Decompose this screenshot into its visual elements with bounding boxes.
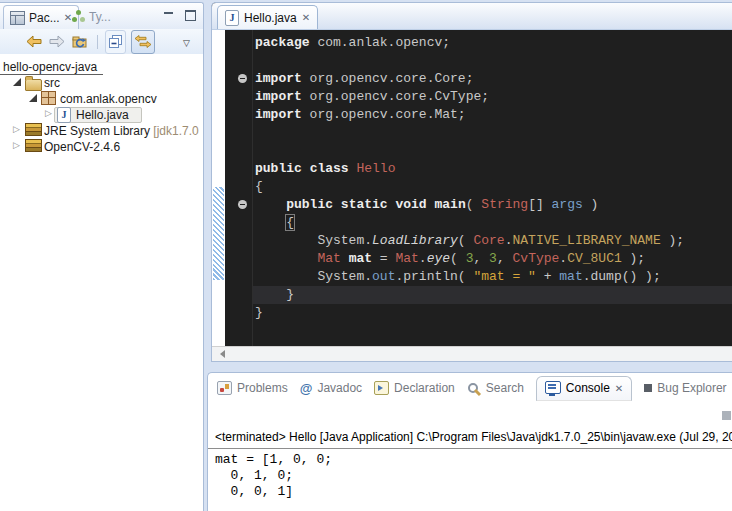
tab-label: Ty...: [89, 10, 111, 24]
type-hierarchy-icon: [72, 10, 85, 23]
tree-item-label: Hello.java: [76, 108, 129, 122]
forward-button[interactable]: [48, 32, 66, 52]
tab-label: Console: [566, 381, 610, 395]
link-with-editor-button[interactable]: [131, 30, 155, 54]
tab-bug-explorer[interactable]: Bug Explorer: [644, 381, 726, 395]
code-line: import org.opencv.core.CvType;: [253, 88, 732, 106]
scroll-left-icon[interactable]: [216, 350, 225, 358]
code-line: {: [253, 178, 732, 196]
view-window-buttons: [164, 10, 196, 21]
code-line: [253, 124, 732, 142]
code-line: {: [253, 214, 732, 232]
back-button[interactable]: [25, 32, 43, 52]
project-root-label: hello-opencv-java: [3, 60, 97, 74]
minimize-icon[interactable]: [164, 11, 174, 20]
tab-label: Bug Explorer: [657, 381, 726, 395]
editor-body: package com.anlak.opencv;import org.open…: [212, 30, 732, 347]
folder-sync-button[interactable]: [71, 32, 90, 52]
tab-hello-java[interactable]: Hello.java: [217, 5, 318, 29]
tab-type-hierarchy[interactable]: Ty...: [66, 5, 117, 28]
expand-open-icon[interactable]: [29, 94, 37, 102]
code-line: Mat mat = Mat.eye( 3, 3, CvType.CV_8UC1 …: [253, 250, 732, 268]
library-icon: [25, 139, 42, 152]
expand-open-icon[interactable]: [13, 78, 21, 86]
code-line: import org.opencv.core.Core;: [253, 70, 732, 88]
code-line-current: }: [253, 286, 732, 304]
expand-closed-icon[interactable]: [13, 124, 20, 134]
tab-label: Problems: [237, 381, 288, 395]
annotation-ruler[interactable]: [212, 30, 225, 347]
problems-icon: [217, 381, 232, 395]
code-line: package com.anlak.opencv;: [253, 34, 732, 52]
tab-label: Declaration: [394, 381, 455, 395]
range-indicator: [213, 187, 224, 280]
code-line: public class Hello: [253, 160, 732, 178]
tab-search[interactable]: Search: [467, 381, 524, 395]
code-line: [253, 142, 732, 160]
tab-console[interactable]: Console: [536, 376, 632, 401]
code-line: import org.opencv.core.Mat;: [253, 106, 732, 124]
eclipse-window: Pac... Ty...: [0, 0, 732, 511]
horizontal-scrollbar[interactable]: [212, 346, 732, 361]
toolbar-button-partial[interactable]: [722, 411, 731, 420]
tab-label: Search: [486, 381, 524, 395]
console-output[interactable]: mat = [1, 0, 0; 0, 1, 0; 0, 0, 1]: [215, 452, 332, 500]
expand-closed-icon[interactable]: [45, 108, 52, 118]
editor-tabbar: Hello.java: [212, 3, 732, 30]
project-tree: hello-opencv-javasrccom.anlak.opencvHell…: [0, 54, 203, 155]
code-line: public static void main( String[] args ): [253, 196, 732, 214]
code-line: System.LoadLibrary( Core.NATIVE_LIBRARY_…: [253, 232, 732, 250]
editor-tab-label: Hello.java: [244, 11, 297, 25]
fold-collapse-icon[interactable]: [238, 74, 247, 83]
tree-item-decoration: [jdk1.7.0: [153, 124, 198, 138]
tree-item[interactable]: hello-opencv-java: [0, 59, 203, 75]
view-toolbar: [0, 29, 203, 54]
tab-problems[interactable]: Problems: [217, 381, 288, 395]
code-line: [253, 52, 732, 70]
tree-item[interactable]: OpenCV-2.4.6: [0, 139, 203, 155]
view-menu-icon[interactable]: [182, 32, 191, 52]
library-icon: [25, 123, 42, 136]
tab-javadoc[interactable]: Javadoc: [300, 381, 362, 396]
view-tabbar: Pac... Ty...: [0, 3, 203, 29]
package-explorer-icon: [10, 11, 25, 25]
package-icon: [41, 91, 56, 105]
tree-item-label: com.anlak.opencv: [60, 92, 157, 106]
fold-collapse-icon[interactable]: [238, 200, 247, 209]
tab-label: Pac...: [29, 11, 60, 25]
tree-item[interactable]: Hello.java: [0, 107, 203, 123]
tree-item[interactable]: com.anlak.opencv: [0, 91, 203, 107]
javadoc-icon: [300, 381, 313, 396]
tree-item-label: src: [44, 76, 60, 90]
maximize-icon[interactable]: [185, 10, 196, 21]
console-status-line: <terminated> Hello [Java Application] C:…: [215, 430, 732, 444]
tree-item[interactable]: JRE System Library [jdk1.7.0: [0, 123, 203, 139]
code-line: }: [253, 304, 732, 322]
collapse-all-button[interactable]: [105, 30, 126, 54]
toolbar-separator: [97, 35, 98, 49]
search-icon: [467, 382, 481, 395]
console-panel: ProblemsJavadocDeclarationSearchConsoleB…: [207, 372, 732, 511]
close-icon[interactable]: [302, 12, 310, 23]
console-icon: [545, 381, 561, 394]
tree-item-label: JRE System Library [jdk1.7.0: [44, 124, 199, 138]
declaration-icon: [374, 381, 389, 395]
expand-closed-icon[interactable]: [13, 140, 20, 150]
package-explorer-panel: Pac... Ty...: [0, 2, 204, 511]
folding-gutter[interactable]: [225, 30, 253, 347]
code-line: System.out.println( "mat = " + mat.dump(…: [253, 268, 732, 286]
tab-label: Javadoc: [317, 381, 362, 395]
code-editor[interactable]: package com.anlak.opencv;import org.open…: [253, 30, 732, 347]
close-icon[interactable]: [615, 383, 623, 394]
tree-item[interactable]: src: [0, 75, 203, 91]
tab-declaration[interactable]: Declaration: [374, 381, 455, 395]
java-file-icon: [57, 107, 71, 123]
console-separator: [208, 448, 732, 449]
package-folder-icon: [25, 79, 42, 91]
tree-item-label: OpenCV-2.4.6: [44, 140, 120, 154]
bug-icon: [644, 384, 652, 392]
java-file-icon: [225, 10, 239, 26]
editor-panel: Hello.java package com.anlak.opencv;impo…: [211, 2, 732, 362]
bottom-tabbar: ProblemsJavadocDeclarationSearchConsoleB…: [208, 373, 732, 403]
